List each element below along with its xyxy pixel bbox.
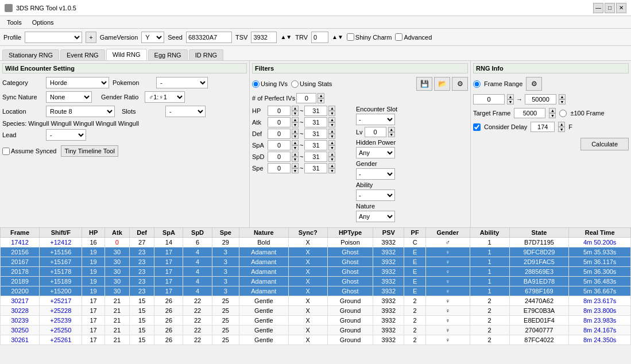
atk-max-down[interactable]: ▼ bbox=[328, 122, 335, 127]
table-row[interactable]: 20156+151561930231743AdamantXGhost3932E♀… bbox=[1, 247, 631, 257]
def-min-input[interactable] bbox=[268, 129, 291, 139]
ability-select[interactable]: - bbox=[356, 189, 395, 201]
advanced-checkbox[interactable] bbox=[395, 33, 402, 41]
spa-min-up[interactable]: ▲ bbox=[292, 140, 299, 145]
hp-min-input[interactable] bbox=[268, 106, 291, 116]
delay-input[interactable] bbox=[531, 122, 555, 132]
location-select[interactable]: Route 8 bbox=[46, 106, 115, 117]
menu-tools[interactable]: Tools bbox=[2, 18, 26, 27]
spd-max-up[interactable]: ▲ bbox=[328, 152, 335, 157]
table-row[interactable]: 20178+151781930231743AdamantXGhost3932E♀… bbox=[1, 267, 631, 277]
target-frame-input[interactable] bbox=[514, 108, 545, 118]
atk-min-up[interactable]: ▲ bbox=[292, 117, 299, 122]
target-frame-down[interactable]: ▼ bbox=[549, 113, 556, 118]
seed-input[interactable] bbox=[186, 32, 232, 43]
atk-min-down[interactable]: ▼ bbox=[292, 122, 299, 127]
spe-min-down[interactable]: ▼ bbox=[292, 168, 299, 173]
gender-select[interactable]: - bbox=[356, 168, 395, 180]
table-row[interactable]: 30217+25217172115262225GentleXGround3932… bbox=[1, 296, 631, 306]
load-filter-button[interactable]: 📂 bbox=[434, 77, 450, 91]
table-row[interactable]: 30228+25228172115262225GentleXGround3932… bbox=[1, 306, 631, 316]
spa-min-down[interactable]: ▼ bbox=[292, 145, 299, 150]
using-stats-radio[interactable]: Using Stats bbox=[291, 80, 332, 88]
profile-select[interactable] bbox=[25, 32, 82, 43]
frame-from-up[interactable]: ▲ bbox=[507, 94, 514, 99]
maximize-button[interactable]: □ bbox=[605, 3, 615, 13]
def-min-up[interactable]: ▲ bbox=[292, 129, 299, 134]
frame-from-input[interactable] bbox=[473, 94, 505, 104]
spd-min-input[interactable] bbox=[268, 152, 291, 162]
table-row[interactable]: 20167+151671930231743AdamantXGhost3932E♀… bbox=[1, 257, 631, 267]
tab-stationary-rng[interactable]: Stationary RNG bbox=[2, 49, 59, 60]
lv-up[interactable]: ▲ bbox=[388, 127, 395, 132]
close-button[interactable]: ✕ bbox=[616, 3, 626, 13]
delay-up[interactable]: ▲ bbox=[558, 122, 565, 127]
perf-ivs-up[interactable]: ▲ bbox=[318, 93, 324, 98]
table-row[interactable]: 20189+151891930231743AdamantXGhost3932E♀… bbox=[1, 277, 631, 286]
spa-min-input[interactable] bbox=[268, 140, 291, 150]
lead-select[interactable]: - bbox=[46, 129, 86, 141]
using-ivs-radio-input[interactable] bbox=[252, 80, 260, 88]
hp-min-down[interactable]: ▼ bbox=[292, 111, 299, 116]
tab-egg-rng[interactable]: Egg RNG bbox=[148, 49, 188, 60]
def-min-down[interactable]: ▼ bbox=[292, 134, 299, 139]
tab-id-rng[interactable]: ID RNG bbox=[189, 49, 224, 60]
shiny-charm-checkbox[interactable] bbox=[347, 33, 354, 41]
spe-max-down[interactable]: ▼ bbox=[328, 168, 335, 173]
nature-select[interactable]: Any bbox=[356, 211, 395, 222]
hidden-power-select[interactable]: Any bbox=[356, 147, 395, 158]
save-filter-button[interactable]: 💾 bbox=[416, 77, 432, 91]
perf-ivs-down[interactable]: ▼ bbox=[318, 98, 324, 103]
profile-add-button[interactable]: + bbox=[86, 32, 96, 43]
table-row[interactable]: 17412+124121602714629BoldXPoison3932C♂1B… bbox=[1, 238, 631, 247]
pokemon-select[interactable]: - bbox=[156, 77, 208, 88]
atk-max-up[interactable]: ▲ bbox=[328, 117, 335, 122]
spe-max-input[interactable] bbox=[304, 163, 327, 173]
frame-to-down[interactable]: ▼ bbox=[559, 99, 566, 104]
using-stats-radio-input[interactable] bbox=[291, 80, 299, 88]
tab-wild-rng[interactable]: Wild RNG bbox=[106, 49, 147, 60]
sync-nature-select[interactable]: None bbox=[46, 91, 92, 103]
frame-from-down[interactable]: ▼ bbox=[507, 99, 514, 104]
def-max-input[interactable] bbox=[304, 129, 327, 139]
frame-to-up[interactable]: ▲ bbox=[559, 94, 566, 99]
category-select[interactable]: Horde bbox=[46, 77, 109, 88]
shiny-charm-checkbox-row[interactable]: Shiny Charm bbox=[347, 33, 392, 41]
advanced-checkbox-row[interactable]: Advanced bbox=[395, 33, 432, 41]
rng-settings-button[interactable]: ⚙ bbox=[526, 77, 542, 91]
spd-min-down[interactable]: ▼ bbox=[292, 157, 299, 162]
spd-max-down[interactable]: ▼ bbox=[328, 157, 335, 162]
table-row[interactable]: 30250+25250172115262225GentleXGround3932… bbox=[1, 326, 631, 335]
hp-max-down[interactable]: ▼ bbox=[328, 111, 335, 116]
table-row[interactable]: 30261+25261172115262225GentleXGround3932… bbox=[1, 335, 631, 345]
consider-delay-checkbox[interactable] bbox=[473, 123, 481, 131]
spe-max-up[interactable]: ▲ bbox=[328, 163, 335, 168]
trv-input[interactable] bbox=[311, 32, 328, 43]
atk-min-input[interactable] bbox=[268, 117, 291, 127]
lv-input[interactable] bbox=[365, 127, 386, 137]
game-version-select[interactable]: Y bbox=[141, 32, 164, 43]
spa-max-down[interactable]: ▼ bbox=[328, 145, 335, 150]
encounter-slot-select[interactable]: - bbox=[356, 114, 395, 125]
table-row[interactable]: 30239+25239172115262225GentleXGround3932… bbox=[1, 316, 631, 326]
plus-minus-radio[interactable] bbox=[559, 110, 567, 117]
spe-min-input[interactable] bbox=[268, 163, 291, 173]
assume-synced-checkbox[interactable] bbox=[2, 148, 10, 155]
def-max-up[interactable]: ▲ bbox=[328, 129, 335, 134]
hp-max-input[interactable] bbox=[304, 106, 327, 116]
spd-min-up[interactable]: ▲ bbox=[292, 152, 299, 157]
def-max-down[interactable]: ▼ bbox=[328, 134, 335, 139]
tiny-timeline-button[interactable]: Tiny Timeline Tool bbox=[61, 145, 118, 157]
spa-max-input[interactable] bbox=[304, 140, 327, 150]
tsv-input[interactable] bbox=[251, 32, 277, 43]
menu-options[interactable]: Options bbox=[28, 18, 59, 27]
assume-synced-check[interactable]: Assume Synced bbox=[2, 148, 56, 155]
minimize-button[interactable]: — bbox=[593, 3, 603, 13]
table-row[interactable]: 20200+152001930231743AdamantXGhost3932E♀… bbox=[1, 286, 631, 296]
using-ivs-radio[interactable]: Using IVs bbox=[252, 80, 288, 88]
perf-ivs-input[interactable] bbox=[296, 93, 316, 103]
hp-min-up[interactable]: ▲ bbox=[292, 106, 299, 111]
results-table-wrapper[interactable]: Frame Shift/F HP Atk Def SpA SpD Spe Nat… bbox=[0, 227, 631, 364]
tab-event-rng[interactable]: Event RNG bbox=[60, 49, 105, 60]
target-frame-up[interactable]: ▲ bbox=[549, 108, 556, 113]
